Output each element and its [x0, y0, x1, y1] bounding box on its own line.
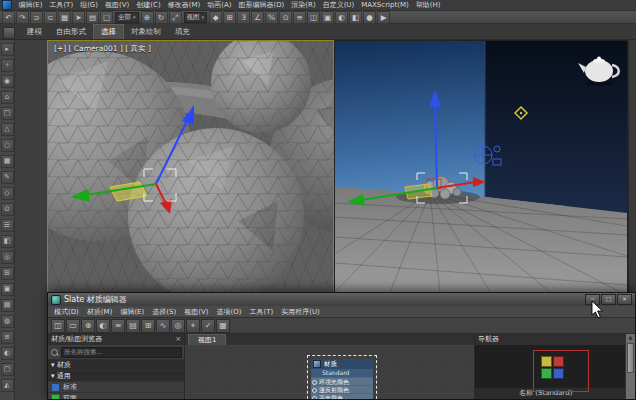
app-logo-icon[interactable]	[2, 0, 12, 10]
material-editor-toolbar-icon[interactable]: ⌖	[186, 319, 200, 333]
left-toolbar-icon[interactable]: ▣	[1, 283, 14, 296]
menu-item[interactable]: 组(G)	[77, 0, 102, 10]
ribbon-tab[interactable]: 填充	[168, 25, 197, 39]
material-editor-toolbar-icon[interactable]: ⊞	[141, 319, 155, 333]
main-toolbar-icon[interactable]: 3	[237, 11, 250, 24]
material-editor-toolbar-icon[interactable]: ✓	[201, 319, 215, 333]
left-toolbar-icon[interactable]: ◇	[1, 187, 14, 200]
main-toolbar-icon[interactable]: ⊞	[223, 11, 236, 24]
navigator-thumbnail[interactable]	[475, 345, 625, 387]
material-editor-toolbar-icon[interactable]: ∿	[156, 319, 170, 333]
browser-panel-header[interactable]: 材质/贴图浏览器 ×	[48, 334, 184, 345]
viewport-label[interactable]: [+] [ Camera001 ] [ 真实 ]	[54, 44, 151, 54]
material-list-row[interactable]: ▾ 材质	[48, 360, 184, 371]
material-list-row[interactable]: 标准	[48, 382, 184, 393]
material-editor-toolbar-icon[interactable]: ◫	[51, 319, 65, 333]
main-toolbar-icon[interactable]: ↻	[155, 11, 168, 24]
menu-item[interactable]: 视图(V)	[102, 0, 133, 10]
material-node[interactable]: 材质 Standard 环境光颜色漫反射颜色高光颜色高光级别光泽度自发光不透明度…	[311, 359, 373, 399]
left-toolbar-icon[interactable]: ＋	[1, 59, 14, 72]
main-toolbar-icon[interactable]: ◧	[349, 11, 362, 24]
left-toolbar-icon[interactable]: ○	[1, 139, 14, 152]
main-toolbar-icon[interactable]: ▦	[58, 11, 71, 24]
graphite-tools-icon[interactable]	[3, 27, 15, 39]
ribbon-tab[interactable]: 对象绘制	[124, 25, 168, 39]
main-toolbar-icon[interactable]: ➤	[72, 11, 85, 24]
main-toolbar-icon[interactable]: ⊕	[141, 11, 154, 24]
menu-item[interactable]: 渲染(R)	[288, 0, 319, 10]
main-toolbar-icon[interactable]: □	[100, 11, 113, 24]
left-toolbar-icon[interactable]: ☰	[1, 219, 14, 232]
reference-coordinate-dropdown[interactable]: 视图 ▾	[184, 12, 208, 23]
material-editor-toolbar-icon[interactable]: ▦	[216, 319, 230, 333]
left-toolbar-icon[interactable]: ≡	[1, 331, 14, 344]
scene-explorer-strip[interactable]	[15, 40, 48, 400]
material-node-header[interactable]: 材质	[311, 359, 373, 369]
close-icon[interactable]: ×	[175, 334, 181, 345]
left-toolbar-icon[interactable]: ✎	[1, 171, 14, 184]
search-input[interactable]	[61, 347, 182, 358]
left-toolbar-icon[interactable]: ◍	[1, 315, 14, 328]
material-list-row[interactable]: 双面	[48, 393, 184, 399]
ribbon-tab[interactable]: 自由形式	[49, 25, 93, 39]
main-toolbar-icon[interactable]: ●	[363, 11, 376, 24]
left-toolbar-icon[interactable]: ⌂	[1, 91, 14, 104]
menu-item[interactable]: 动画(A)	[204, 0, 235, 10]
window-title-bar[interactable]: Slate 材质编辑器 ─□×	[48, 293, 635, 306]
menu-item[interactable]: 编辑(E)	[116, 307, 148, 317]
main-toolbar-icon[interactable]: ↷	[16, 11, 29, 24]
main-toolbar-icon[interactable]: ▤	[86, 11, 99, 24]
main-toolbar-icon[interactable]: ⊂	[44, 11, 57, 24]
menu-item[interactable]: 修改器(M)	[164, 0, 204, 10]
material-editor-toolbar-icon[interactable]: ▭	[66, 319, 80, 333]
ribbon-tab[interactable]: 选择	[93, 24, 124, 39]
node-input-slot[interactable]: 高光颜色	[311, 393, 373, 399]
left-toolbar-icon[interactable]: ◎	[1, 251, 14, 264]
left-toolbar-icon[interactable]: ▤	[1, 299, 14, 312]
node-view-canvas[interactable]: 材质 Standard 环境光颜色漫反射颜色高光颜色高光级别光泽度自发光不透明度…	[185, 345, 474, 399]
left-toolbar-icon[interactable]: □	[1, 107, 14, 120]
left-toolbar-icon[interactable]: ◧	[1, 235, 14, 248]
window-control-button[interactable]: ×	[617, 294, 632, 305]
right-panel-strip[interactable]	[628, 40, 636, 293]
menu-item[interactable]: 创建(C)	[133, 0, 164, 10]
node-thumbnail[interactable]	[553, 368, 564, 379]
left-toolbar-icon[interactable]: ◐	[1, 347, 14, 360]
node-input-slot[interactable]: 漫反射颜色	[311, 385, 373, 393]
slate-material-editor-window[interactable]: Slate 材质编辑器 ─□× 模式(D)材质(M)编辑(E)选择(S)视图(V…	[47, 292, 636, 400]
navigator-panel-header[interactable]: 导航器	[475, 334, 625, 345]
left-toolbar-icon[interactable]: ◉	[1, 75, 14, 88]
main-toolbar-icon[interactable]: ⤢	[169, 11, 182, 24]
main-toolbar-icon[interactable]: %	[265, 11, 278, 24]
main-toolbar-icon[interactable]: ◐	[335, 11, 348, 24]
left-toolbar-icon[interactable]: ◭	[1, 379, 14, 392]
viewport-camera[interactable]: [+] [ Camera001 ] [ 真实 ]	[47, 40, 334, 293]
right-viewport-scene[interactable]	[335, 41, 627, 292]
menu-item[interactable]: MAXScript(M)	[358, 1, 412, 9]
left-toolbar-icon[interactable]: ⊞	[1, 267, 14, 280]
menu-item[interactable]: 视图(V)	[180, 307, 212, 317]
node-thumbnail[interactable]	[541, 368, 552, 379]
menu-item[interactable]: 工具(T)	[245, 307, 277, 317]
menu-item[interactable]: 工具(T)	[46, 0, 77, 10]
main-toolbar-icon[interactable]: ◆	[209, 11, 222, 24]
main-toolbar-icon[interactable]: ↶	[2, 11, 15, 24]
menu-item[interactable]: 模式(D)	[50, 307, 83, 317]
main-toolbar-icon[interactable]: ⊃	[30, 11, 43, 24]
scrollbar-thumb[interactable]	[627, 343, 634, 373]
menu-item[interactable]: 编辑(E)	[15, 0, 46, 10]
left-toolbar-icon[interactable]: ▢	[1, 363, 14, 376]
material-editor-toolbar-icon[interactable]: ◐	[96, 319, 110, 333]
node-thumbnail[interactable]	[541, 356, 552, 367]
material-editor-toolbar-icon[interactable]: ◎	[171, 319, 185, 333]
menu-item[interactable]: 选择(S)	[148, 307, 180, 317]
left-toolbar-icon[interactable]: ▦	[1, 155, 14, 168]
left-viewport-scene[interactable]	[48, 41, 333, 292]
menu-item[interactable]: 自定义(U)	[319, 0, 358, 10]
main-toolbar-icon[interactable]: ◫	[307, 11, 320, 24]
left-toolbar-icon[interactable]: ⊙	[1, 203, 14, 216]
menu-item[interactable]: 帮助(H)	[412, 0, 444, 10]
view-tab-1[interactable]: 视图1	[188, 334, 226, 345]
left-toolbar-icon[interactable]: ▸	[1, 43, 14, 56]
menu-item[interactable]: 选项(O)	[212, 307, 245, 317]
